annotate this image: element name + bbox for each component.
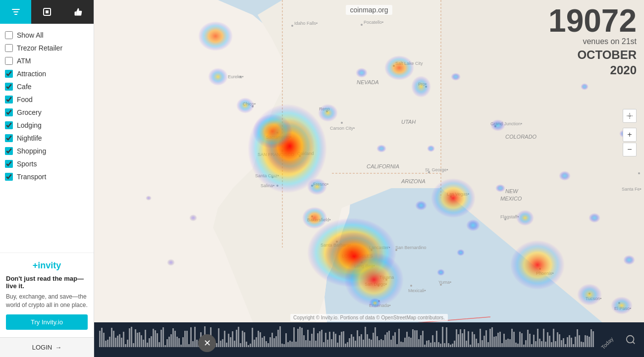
search-button[interactable]	[617, 322, 644, 357]
filter-item-trezor-retailer[interactable]: Trezor Retailer	[5, 42, 89, 54]
filter-item-sports[interactable]: Sports	[5, 157, 89, 170]
zoom-out-button[interactable]: −	[623, 143, 637, 156]
filter-checkbox-trezor-retailer[interactable]	[5, 44, 13, 52]
timeline-bar	[523, 345, 525, 347]
timeline-bar	[121, 338, 122, 347]
zoom-in-button[interactable]: +	[623, 128, 637, 142]
filter-item-cafe[interactable]: Cafe	[5, 80, 89, 93]
timeline-bar	[491, 327, 493, 347]
svg-text:Pocatello•: Pocatello•	[364, 20, 383, 25]
locate-button[interactable]	[623, 109, 637, 123]
filter-item-lodging[interactable]: Lodging	[5, 119, 89, 132]
filter-checkbox-sports[interactable]	[5, 160, 13, 168]
timeline-bar	[220, 341, 221, 347]
timeline-bar	[444, 343, 445, 347]
timeline-bar	[172, 328, 174, 347]
timeline-bar	[359, 336, 360, 347]
timeline-bar	[321, 330, 322, 347]
timeline-bar	[297, 329, 299, 347]
filter-checkbox-atm[interactable]	[5, 57, 13, 65]
filter-label-show-all: Show All	[17, 31, 44, 39]
svg-text:Mexicali•: Mexicali•	[408, 288, 426, 293]
filter-item-attraction[interactable]: Attraction	[5, 67, 89, 80]
timeline-bar	[535, 341, 537, 347]
timeline-bar	[462, 333, 463, 348]
timeline-bar	[178, 338, 180, 347]
filter-item-grocery[interactable]: Grocery	[5, 106, 89, 119]
timeline-bar	[398, 329, 400, 347]
filter-label-cafe: Cafe	[17, 83, 32, 91]
timeline-bar	[456, 329, 457, 347]
svg-text:Las Vegas•: Las Vegas•	[447, 192, 469, 197]
svg-text:LOS ANGELES: LOS ANGELES	[342, 254, 373, 258]
timeline-bar	[519, 332, 521, 347]
timeline-bar	[264, 336, 265, 347]
login-bar[interactable]: LOGIN →	[0, 337, 94, 357]
filter-tab[interactable]	[0, 0, 31, 24]
filter-item-atm[interactable]: ATM	[5, 54, 89, 67]
filter-item-shopping[interactable]: Shopping	[5, 145, 89, 157]
timeline-bar	[182, 337, 184, 347]
close-button[interactable]: ✕	[198, 334, 216, 352]
timeline-bar	[416, 330, 418, 347]
timeline-bar	[543, 329, 544, 347]
timeline-bar	[460, 329, 461, 347]
thumbs-tab[interactable]	[62, 0, 94, 24]
svg-text:Tucson•: Tucson•	[586, 296, 601, 301]
timeline-bar	[143, 340, 144, 347]
svg-point-32	[341, 122, 343, 124]
timeline-bar	[268, 343, 269, 347]
timeline-bar	[438, 342, 439, 347]
svg-text:San Bernardino: San Bernardino	[395, 245, 427, 250]
timeline-bar	[289, 341, 291, 347]
filter-item-nightlife[interactable]: Nightlife	[5, 132, 89, 145]
timeline-bar	[327, 340, 328, 347]
invity-button[interactable]: Try Invity.io	[6, 314, 88, 330]
filter-label-grocery: Grocery	[17, 108, 42, 116]
timeline-bar	[396, 344, 398, 347]
timeline-bar	[149, 338, 150, 347]
filter-item-transport[interactable]: Transport	[5, 170, 89, 183]
timeline-bar	[224, 331, 225, 347]
timeline-bar	[164, 345, 166, 347]
timeline-bar	[452, 344, 453, 347]
filter-checkbox-lodging[interactable]	[5, 121, 13, 129]
timeline-bar	[343, 331, 344, 347]
timeline-bar	[125, 344, 126, 347]
filter-checkbox-shopping[interactable]	[5, 147, 13, 155]
filter-checkbox-cafe[interactable]	[5, 83, 13, 91]
timeline-bar	[228, 334, 229, 347]
timeline-bar	[254, 340, 255, 347]
filter-checkbox-grocery[interactable]	[5, 108, 13, 116]
filter-checkbox-attraction[interactable]	[5, 70, 13, 78]
timeline-bar	[589, 337, 590, 347]
map-container[interactable]: NEVADA UTAH ARIZONA COLORADO NEW MEXICO …	[94, 0, 644, 357]
filter-checkbox-transport[interactable]	[5, 173, 13, 181]
timeline-bar	[426, 341, 428, 347]
timeline-bar	[402, 342, 404, 347]
svg-text:Tijuana: Tijuana	[379, 275, 394, 280]
timeline-bar	[472, 332, 473, 347]
timeline-bar	[236, 330, 237, 347]
timeline-bar	[400, 342, 402, 347]
filter-checkbox-nightlife[interactable]	[5, 134, 13, 142]
timeline-bar	[139, 332, 140, 347]
timeline-bar	[325, 333, 326, 347]
filter-item-food[interactable]: Food	[5, 93, 89, 106]
filter-item-show-all[interactable]: Show All	[5, 29, 89, 42]
filter-checkbox-show-all[interactable]	[5, 31, 13, 39]
map-footer: Copyright © Invity.io. Portions of data …	[290, 314, 448, 321]
device-tab[interactable]	[31, 0, 62, 24]
timeline-bar	[505, 340, 507, 347]
filter-label-attraction: Attraction	[17, 70, 46, 78]
filter-checkbox-food[interactable]	[5, 96, 13, 103]
filter-label-lodging: Lodging	[17, 121, 42, 129]
timeline-bar	[434, 342, 435, 347]
svg-rect-2	[14, 14, 17, 15]
svg-text:Ensenada•: Ensenada•	[369, 303, 391, 308]
timeline-bar	[464, 329, 465, 347]
timeline-bar	[242, 331, 243, 347]
timeline-bar	[186, 331, 188, 347]
svg-text:Chico•: Chico•	[243, 102, 256, 106]
svg-text:Oakland: Oakland	[297, 151, 314, 156]
